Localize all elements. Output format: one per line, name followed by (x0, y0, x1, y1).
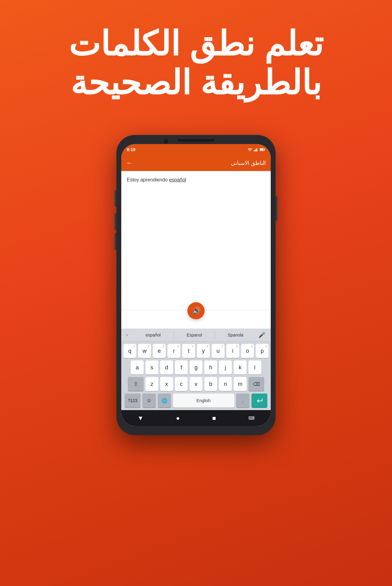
key-b[interactable]: b (204, 377, 217, 391)
key-y[interactable]: 6y (197, 344, 210, 358)
key-g[interactable]: g (190, 360, 202, 375)
status-icons (247, 148, 265, 151)
key-a[interactable]: a (131, 360, 144, 375)
mic-icon[interactable]: 🎤 (256, 330, 268, 340)
key-s[interactable]: s (145, 360, 158, 375)
key-o[interactable]: 9o (241, 344, 254, 358)
suggestion-2[interactable]: Espanol (174, 331, 215, 339)
space-key[interactable]: English (173, 394, 234, 408)
content-text-underline: español (169, 177, 186, 182)
num-key[interactable]: ?123 (125, 394, 140, 408)
key-q[interactable]: 1q (123, 344, 136, 358)
title-line2: بالطريقة الصحيحة (0, 63, 392, 102)
nav-recent-icon[interactable]: ■ (212, 415, 216, 422)
keyboard-row-2: a s d f g h j k l (123, 360, 269, 375)
phone-screen: 8:19 (121, 144, 271, 426)
key-w[interactable]: 2w (138, 344, 151, 358)
enter-icon (256, 398, 263, 404)
content-text-before: Estoy aprendiendo (127, 177, 169, 182)
svg-rect-0 (254, 150, 255, 151)
content-area: Estoy aprendiendo español 🔊 (121, 171, 271, 329)
period-key[interactable]: . (236, 394, 250, 408)
suggestion-1[interactable]: español (133, 331, 174, 339)
background: تعلم نطق الكلمات بالطريقة الصحيحة 8:19 (0, 0, 392, 586)
key-z[interactable]: z (145, 377, 158, 391)
phone-speaker (178, 139, 214, 142)
key-e[interactable]: 3e (153, 344, 166, 358)
nav-bar: ▼ ● ■ ⌨ (121, 410, 271, 426)
key-m[interactable]: m (234, 377, 247, 391)
key-j[interactable]: j (219, 360, 232, 375)
wifi-icon (247, 148, 252, 151)
svg-rect-1 (255, 149, 256, 151)
key-h[interactable]: h (204, 360, 217, 375)
key-d[interactable]: d (160, 360, 173, 375)
enter-key[interactable] (251, 394, 267, 408)
signal-icon (254, 148, 258, 151)
play-button[interactable]: 🔊 (187, 302, 205, 319)
key-p[interactable]: 0p (256, 344, 269, 358)
phone-body: 8:19 (116, 135, 276, 435)
emoji-key[interactable]: ☺ (142, 394, 156, 408)
key-l[interactable]: l (248, 360, 261, 375)
key-i[interactable]: 8i (226, 344, 239, 358)
status-time: 8:19 (127, 147, 135, 152)
svg-rect-3 (258, 150, 258, 151)
key-f[interactable]: f (175, 360, 188, 375)
svg-rect-2 (256, 148, 257, 151)
nav-keyboard-icon[interactable]: ⌨ (248, 416, 254, 420)
title-block: تعلم نطق الكلمات بالطريقة الصحيحة (0, 0, 392, 102)
suggestions-bar: › español Espanol Spanola 🎤 (121, 329, 271, 341)
svg-rect-6 (260, 149, 263, 150)
content-text: Estoy aprendiendo español (127, 177, 265, 183)
key-c[interactable]: c (175, 377, 188, 391)
key-r[interactable]: 4r (168, 344, 180, 358)
phone-mockup: 8:19 (116, 135, 276, 441)
keyboard: 1q 2w 3e 4r 5t 6y 7u 8i 9o 0p (121, 341, 271, 410)
suggestion-arrow[interactable]: › (124, 331, 130, 339)
speaker-icon: 🔊 (192, 307, 201, 315)
key-u[interactable]: 7u (212, 344, 224, 358)
battery-icon (260, 148, 265, 151)
backspace-key[interactable]: ⌫ (248, 377, 264, 391)
key-k[interactable]: k (234, 360, 247, 375)
nav-home-icon[interactable]: ● (176, 415, 180, 422)
nav-back-icon[interactable]: ▼ (138, 415, 144, 422)
title-line1: تعلم نطق الكلمات (0, 25, 392, 63)
key-n[interactable]: n (219, 377, 232, 391)
phone-camera (164, 139, 168, 143)
key-x[interactable]: x (160, 377, 173, 391)
key-v[interactable]: v (190, 377, 202, 391)
keyboard-bottom-row: ?123 ☺ 🌐 English . (123, 394, 269, 408)
suggestions-list: español Espanol Spanola (133, 331, 256, 339)
key-t[interactable]: 5t (182, 344, 195, 358)
suggestion-3[interactable]: Spanola (215, 331, 256, 339)
app-bar: الناطق الاسباني ← (121, 155, 271, 171)
svg-rect-5 (264, 149, 265, 150)
app-bar-title: الناطق الاسباني (133, 160, 266, 166)
keyboard-row-3: ⇧ z x c v b n m ⌫ (123, 377, 269, 391)
status-bar: 8:19 (121, 144, 271, 155)
keyboard-row-1: 1q 2w 3e 4r 5t 6y 7u 8i 9o 0p (123, 344, 269, 358)
back-button[interactable]: ← (126, 159, 133, 167)
shift-key[interactable]: ⇧ (128, 377, 144, 391)
globe-key[interactable]: 🌐 (158, 394, 171, 408)
